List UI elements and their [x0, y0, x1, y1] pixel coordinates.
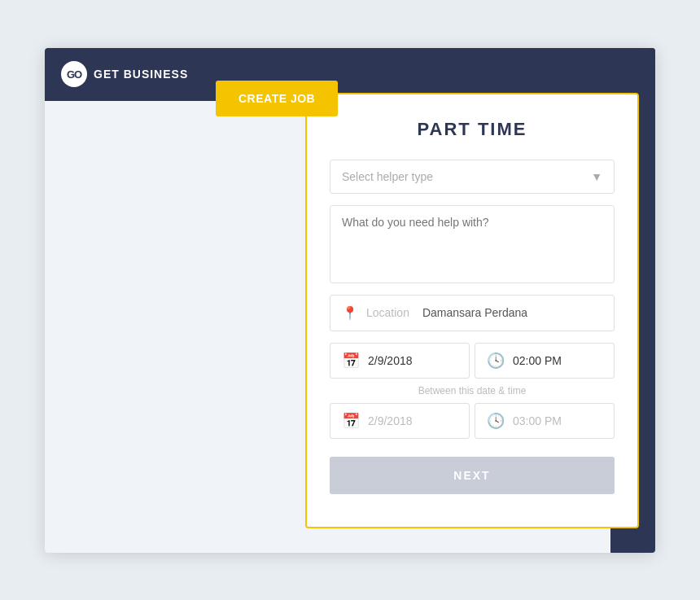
helper-type-select[interactable]: Select helper type ▼	[330, 160, 615, 194]
end-date-value: 2/9/2018	[368, 414, 413, 427]
location-pin-icon: 📍	[342, 305, 358, 321]
app-wrapper: GO GET BUSINESS CREATE JOB PART TIME Sel…	[45, 48, 655, 553]
help-description-field[interactable]	[330, 205, 615, 283]
clock-end-icon: 🕓	[487, 412, 505, 430]
end-time-value: 03:00 PM	[513, 414, 562, 427]
logo-area: GO GET BUSINESS	[61, 61, 188, 87]
start-date-value: 2/9/2018	[368, 354, 413, 367]
start-time-value: 02:00 PM	[513, 354, 562, 367]
end-datetime-row: 📅 2/9/2018 🕓 03:00 PM	[330, 403, 615, 439]
start-datetime-row: 📅 2/9/2018 🕓 02:00 PM	[330, 343, 615, 379]
select-field-inner[interactable]: Select helper type ▼	[330, 160, 614, 193]
select-placeholder: Select helper type	[342, 170, 433, 183]
modal-card: PART TIME Select helper type ▼ 📍 Locatio…	[305, 93, 639, 528]
logo-initials: GO	[67, 68, 81, 81]
help-textarea[interactable]	[330, 206, 614, 279]
create-job-button[interactable]: CREATE JOB	[216, 81, 338, 116]
calendar-end-icon: 📅	[342, 412, 360, 430]
calendar-start-icon: 📅	[342, 352, 360, 370]
chevron-down-icon: ▼	[591, 170, 602, 183]
start-time-box[interactable]: 🕓 02:00 PM	[475, 343, 615, 379]
location-field[interactable]: 📍 Location Damansara Perdana	[330, 295, 615, 331]
logo-circle: GO	[61, 61, 87, 87]
logo-text: GET BUSINESS	[94, 68, 188, 81]
end-date-box[interactable]: 📅 2/9/2018	[330, 403, 470, 439]
clock-start-icon: 🕓	[487, 352, 505, 370]
end-time-box[interactable]: 🕓 03:00 PM	[475, 403, 615, 439]
between-label: Between this date & time	[330, 385, 615, 396]
next-button[interactable]: NEXT	[330, 457, 615, 494]
start-date-box[interactable]: 📅 2/9/2018	[330, 343, 470, 379]
location-label: Location	[366, 306, 409, 319]
location-value: Damansara Perdana	[422, 306, 527, 319]
modal-title: PART TIME	[330, 119, 615, 140]
location-inner[interactable]: 📍 Location Damansara Perdana	[330, 296, 614, 331]
